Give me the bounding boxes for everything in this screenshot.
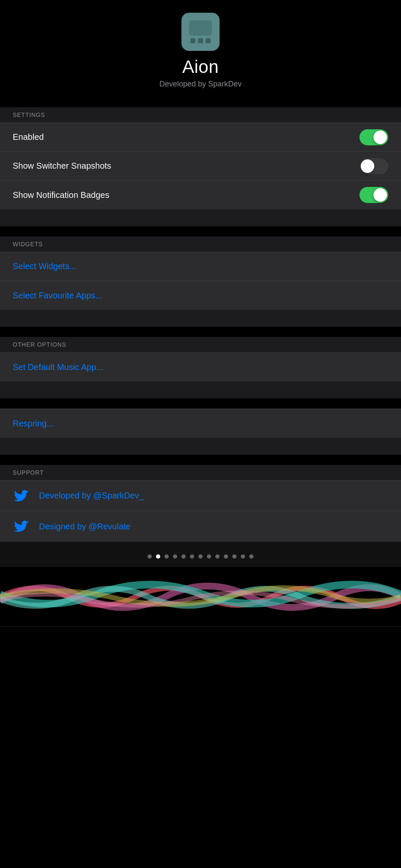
enabled-toggle-track[interactable]: [359, 129, 388, 145]
enabled-toggle[interactable]: [359, 129, 388, 145]
notification-badges-toggle-thumb: [373, 188, 387, 202]
switcher-snapshots-label: Show Switcher Snapshots: [13, 161, 111, 171]
select-widgets-row[interactable]: Select Widgets...: [0, 252, 401, 281]
twitter-icon-revulate: [13, 517, 31, 535]
page-dot-5[interactable]: [181, 554, 186, 559]
page-dot-2[interactable]: [156, 554, 160, 559]
spacer-2: [0, 310, 401, 327]
set-default-music-label: Set Default Music App...: [13, 362, 103, 372]
support-group: Developed by @SparkDev_ Designed by @Rev…: [0, 480, 401, 542]
support-section: SUPPORT Developed by @SparkDev_ Designed…: [0, 465, 401, 542]
icon-dot-3: [206, 38, 211, 43]
sparkdev-label: Developed by @SparkDev_: [39, 491, 144, 501]
settings-group: Enabled Show Switcher Snapshots Show Not…: [0, 122, 401, 209]
respring-label: Respring...: [13, 419, 54, 428]
page-dot-7[interactable]: [198, 554, 203, 559]
siri-wave: [0, 567, 401, 626]
settings-section-header: SETTINGS: [0, 107, 401, 122]
select-favourite-apps-row[interactable]: Select Favourite Apps...: [0, 281, 401, 310]
icon-dot-2: [198, 38, 203, 43]
widgets-section-header: WIDGETS: [0, 236, 401, 252]
spacer-3: [0, 381, 401, 398]
page-dot-6[interactable]: [190, 554, 194, 559]
app-icon: [181, 13, 220, 51]
app-header: Aion Developed by SparkDev: [0, 0, 401, 97]
switcher-snapshots-toggle-track[interactable]: [359, 158, 388, 174]
set-default-music-row[interactable]: Set Default Music App...: [0, 353, 401, 381]
respring-group: Respring...: [0, 409, 401, 438]
revulate-row[interactable]: Designed by @Revulate: [0, 511, 401, 542]
page-dot-3[interactable]: [164, 554, 169, 559]
notification-badges-toggle-track[interactable]: [359, 187, 388, 203]
page-dots: [0, 542, 401, 567]
bottom-bar: [0, 626, 401, 652]
switcher-snapshots-row: Show Switcher Snapshots: [0, 152, 401, 181]
select-favourite-apps-label: Select Favourite Apps...: [13, 291, 102, 300]
respring-section: Respring...: [0, 409, 401, 438]
page-dot-4[interactable]: [173, 554, 177, 559]
enabled-toggle-thumb: [373, 131, 387, 144]
select-widgets-label: Select Widgets...: [13, 262, 76, 271]
switcher-snapshots-toggle[interactable]: [359, 158, 388, 174]
enabled-label: Enabled: [13, 132, 44, 142]
enabled-row: Enabled: [0, 123, 401, 152]
notification-badges-label: Show Notification Badges: [13, 190, 109, 200]
widgets-section: WIDGETS Select Widgets... Select Favouri…: [0, 236, 401, 310]
twitter-icon-sparkdev: [13, 487, 31, 505]
page-dot-11[interactable]: [232, 554, 237, 559]
notification-badges-row: Show Notification Badges: [0, 181, 401, 209]
widgets-group: Select Widgets... Select Favourite Apps.…: [0, 252, 401, 310]
icon-top: [189, 20, 212, 36]
settings-section: SETTINGS Enabled Show Switcher Snapshots…: [0, 107, 401, 209]
spacer-4: [0, 438, 401, 455]
app-developer: Developed by SparkDev: [159, 80, 242, 89]
notification-badges-toggle[interactable]: [359, 187, 388, 203]
respring-row[interactable]: Respring...: [0, 409, 401, 438]
page-dot-10[interactable]: [224, 554, 228, 559]
icon-dots: [190, 38, 211, 43]
spacer-1: [0, 209, 401, 226]
other-options-section: OTHER OPTIONS Set Default Music App...: [0, 337, 401, 381]
page-dot-8[interactable]: [207, 554, 211, 559]
page-dot-1[interactable]: [148, 554, 152, 559]
app-title: Aion: [182, 57, 219, 77]
revulate-label: Designed by @Revulate: [39, 522, 131, 531]
switcher-snapshots-toggle-thumb: [361, 159, 374, 173]
other-options-section-header: OTHER OPTIONS: [0, 337, 401, 352]
icon-dot-1: [190, 38, 195, 43]
other-options-group: Set Default Music App...: [0, 352, 401, 381]
page-dot-12[interactable]: [241, 554, 245, 559]
page-dot-9[interactable]: [215, 554, 220, 559]
page-dot-13[interactable]: [249, 554, 253, 559]
support-section-header: SUPPORT: [0, 465, 401, 480]
sparkdev-row[interactable]: Developed by @SparkDev_: [0, 481, 401, 511]
